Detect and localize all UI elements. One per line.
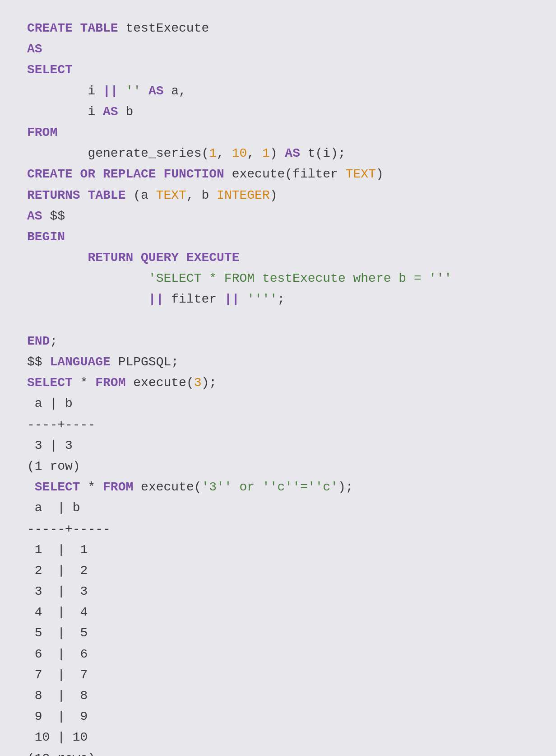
code-line: CREATE OR REPLACE FUNCTION execute(filte…: [27, 164, 529, 185]
code-line: 8 | 8: [27, 686, 529, 706]
code-line: 3 | 3: [27, 581, 529, 602]
code-line: i || '' AS a,: [27, 81, 529, 102]
code-line: RETURN QUERY EXECUTE: [27, 247, 529, 268]
code-line: 10 | 10: [27, 727, 529, 748]
code-line: 2 | 2: [27, 560, 529, 581]
code-line: 6 | 6: [27, 644, 529, 665]
code-line: -----+-----: [27, 519, 529, 540]
code-line: generate_series(1, 10, 1) AS t(i);: [27, 143, 529, 164]
code-line: END;: [27, 331, 529, 352]
code-line: 3 | 3: [27, 435, 529, 456]
code-line: FROM: [27, 122, 529, 143]
code-line: 4 | 4: [27, 602, 529, 623]
code-line: 'SELECT * FROM testExecute where b = ''': [27, 268, 529, 289]
code-line: BEGIN: [27, 227, 529, 247]
code-line: || filter || '''';: [27, 289, 529, 310]
code-line: 7 | 7: [27, 665, 529, 686]
code-line: RETURNS TABLE (a TEXT, b INTEGER): [27, 185, 529, 206]
code-line: SELECT: [27, 60, 529, 80]
code-container: CREATE TABLE testExecuteASSELECT i || ''…: [0, 0, 556, 756]
code-line: ----+----: [27, 415, 529, 435]
code-block: CREATE TABLE testExecuteASSELECT i || ''…: [27, 18, 529, 756]
code-line: i AS b: [27, 102, 529, 122]
code-line: 1 | 1: [27, 540, 529, 560]
code-line: AS $$: [27, 206, 529, 227]
code-line: (10 rows): [27, 748, 529, 756]
code-line: a | b: [27, 393, 529, 414]
code-line: 9 | 9: [27, 706, 529, 727]
code-line: 5 | 5: [27, 623, 529, 644]
code-line: SELECT * FROM execute(3);: [27, 373, 529, 393]
code-line: CREATE TABLE testExecute: [27, 18, 529, 39]
code-line: AS: [27, 39, 529, 60]
code-line: [27, 310, 529, 331]
code-line: (1 row): [27, 456, 529, 477]
code-line: a | b: [27, 498, 529, 518]
code-line: $$ LANGUAGE PLPGSQL;: [27, 352, 529, 373]
code-line: SELECT * FROM execute('3'' or ''c''=''c'…: [27, 477, 529, 498]
